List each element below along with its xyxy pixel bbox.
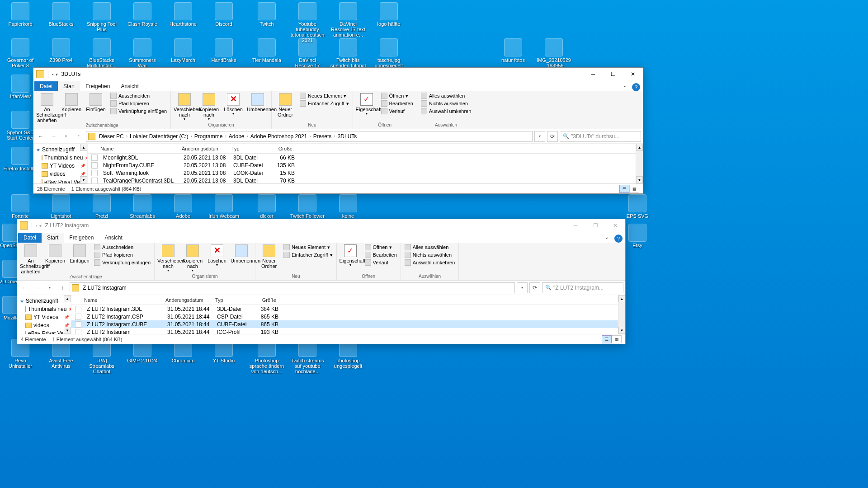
sidebar-item[interactable]: videos📌 <box>33 170 87 178</box>
qat-btn[interactable]: ▾ <box>39 223 42 228</box>
qat-btn[interactable]: ▾ <box>56 72 58 77</box>
back-button[interactable]: ← <box>19 282 30 293</box>
qat-btn[interactable]: ▪ <box>52 72 54 77</box>
breadcrumb[interactable]: Dieser PC›Lokaler Datenträger (C:)›Progr… <box>86 131 533 142</box>
refresh-button[interactable]: ⟳ <box>547 131 558 142</box>
file-row[interactable]: Z LUT2 Instagram.CUBE31.05.2021 18:44CUB… <box>71 320 618 328</box>
desktop-icon[interactable]: natur fotos <box>495 38 531 63</box>
copy-to-button[interactable]: Kopieren nach▾ <box>182 244 203 273</box>
dropdown-icon[interactable]: ▾ <box>517 282 528 293</box>
cut-button[interactable]: Ausschneiden <box>93 244 151 251</box>
paste-link-button[interactable]: Verknüpfung einfügen <box>109 108 168 115</box>
move-to-button[interactable]: Verschieben nach▾ <box>157 244 179 273</box>
new-item-button[interactable]: Neues Element ▾ <box>299 92 350 99</box>
file-row[interactable]: Moonlight.3DL20.05.2021 13:083DL-Datei66… <box>88 154 636 161</box>
search-input[interactable]: 🔍"3DLUTs" durchsu... <box>560 131 641 142</box>
column-date[interactable]: Änderungsdatum <box>162 297 212 303</box>
tab-share[interactable]: Freigeben <box>64 233 99 243</box>
sidebar-item[interactable]: eBay Privat Verk📌 <box>17 329 71 334</box>
desktop-icon[interactable]: Snipping Tool Plus <box>84 2 120 32</box>
copy-path-button[interactable]: Pfad kopieren <box>93 251 151 258</box>
tab-view[interactable]: Ansicht <box>115 81 144 91</box>
cut-button[interactable]: Ausschneiden <box>109 92 168 99</box>
tab-file[interactable]: Datei <box>34 81 58 91</box>
sidebar-item[interactable]: Thumbnails neu📌 <box>17 305 71 313</box>
desktop-icon[interactable]: Z390 Pro4 <box>43 38 79 63</box>
scrollbar[interactable]: ▲ ▼ <box>636 144 643 183</box>
forward-button[interactable]: → <box>32 282 42 293</box>
open-button[interactable]: Öffnen ▾ <box>364 244 398 251</box>
breadcrumb-segment[interactable]: 3DLUTs <box>337 133 358 140</box>
breadcrumb-segment[interactable]: Adobe <box>228 133 245 140</box>
desktop-icon[interactable]: Pretzl <box>84 194 120 219</box>
desktop-icon[interactable]: dicker <box>249 194 285 219</box>
file-row[interactable]: TealOrangePlusContrast.3DL20.05.2021 13:… <box>88 177 636 183</box>
titlebar[interactable]: ▪ ▾ 3DLUTs ─ ☐ ✕ <box>33 68 643 80</box>
ribbon-collapse-icon[interactable]: ⌃ <box>603 236 612 243</box>
desktop-icon[interactable]: Twitch <box>249 2 285 27</box>
sidebar-item[interactable]: Thumbnails neu📌 <box>33 154 87 162</box>
details-view-button[interactable]: ☰ <box>602 335 612 343</box>
file-row[interactable]: Z LUT2 Instagram.CSP31.05.2021 18:44CSP-… <box>71 313 618 320</box>
desktop-icon[interactable]: DaVinci Resolve 17 text animation e... <box>330 2 366 38</box>
file-row[interactable]: Z LUT2 Instagram31.05.2021 18:44ICC-Prof… <box>71 328 618 334</box>
scroll-down-icon[interactable]: ▼ <box>618 327 625 334</box>
sidebar-item-quickaccess[interactable]: ★Schnellzugriff <box>33 145 87 154</box>
up-button[interactable]: ↑ <box>57 282 68 293</box>
desktop-icon[interactable]: LazyMerch <box>165 38 201 63</box>
column-type[interactable]: Typ <box>212 297 253 303</box>
scrollbar[interactable]: ▲ ▼ <box>618 295 625 334</box>
column-size[interactable]: Größe <box>253 297 280 303</box>
desktop-icon[interactable]: BlueStacks Multi-Instan... <box>84 38 120 68</box>
copy-button[interactable]: Kopieren <box>44 244 66 263</box>
easy-access-button[interactable]: Einfacher Zugriff ▾ <box>283 251 334 258</box>
history-button[interactable]: Verlauf <box>364 259 398 266</box>
tab-start[interactable]: Start <box>42 233 64 243</box>
open-button[interactable]: Öffnen ▾ <box>380 92 414 99</box>
edit-button[interactable]: Bearbeiten <box>380 100 414 107</box>
search-input[interactable]: 🔍"Z LUT2 Instagram... <box>542 282 623 293</box>
close-button[interactable]: ✕ <box>605 219 625 232</box>
scroll-up-icon[interactable]: ▲ <box>80 144 87 151</box>
desktop-icon[interactable]: Tier Mandala <box>249 38 285 63</box>
paste-button[interactable]: Einfügen <box>85 92 107 112</box>
tab-start[interactable]: Start <box>58 81 80 91</box>
breadcrumb-segment[interactable]: Dieser PC <box>98 133 125 140</box>
details-view-button[interactable]: ☰ <box>619 185 629 193</box>
desktop-icon[interactable]: Summoners War <box>124 38 160 68</box>
column-size[interactable]: Größe <box>269 146 297 151</box>
sidebar-item[interactable]: YT Videos📌 <box>17 313 71 321</box>
desktop-icon[interactable]: Hearthstone <box>165 2 201 27</box>
tab-file[interactable]: Datei <box>18 233 42 243</box>
desktop-icon[interactable]: Governor of Poker 3 <box>2 38 38 68</box>
scroll-up-icon[interactable]: ▲ <box>636 144 643 151</box>
pin-button[interactable]: An Schnellzugriff anheften <box>20 244 42 274</box>
rename-button[interactable]: Umbenennen <box>231 244 252 263</box>
select-all-button[interactable]: Alles auswählen <box>420 92 472 99</box>
desktop-icon[interactable]: HandBrake <box>206 38 242 63</box>
breadcrumb-segment[interactable]: Lokaler Datenträger (C:) <box>129 133 189 140</box>
help-icon[interactable]: ? <box>614 235 623 243</box>
scroll-down-icon[interactable]: ▼ <box>80 176 87 183</box>
minimize-button[interactable]: ─ <box>583 68 603 80</box>
titlebar[interactable]: ▪ ▾ Z LUT2 Instagram ─ ☐ ✕ <box>17 219 625 232</box>
breadcrumb-segment[interactable]: Presets <box>312 133 333 140</box>
forward-button[interactable]: → <box>48 131 59 142</box>
icons-view-button[interactable]: ▦ <box>612 335 622 343</box>
desktop-icon[interactable]: IMG_20210529_183956 <box>536 38 572 68</box>
easy-access-button[interactable]: Einfacher Zugriff ▾ <box>299 100 350 107</box>
desktop-icon[interactable]: Fortnite <box>2 194 38 219</box>
up-button[interactable]: ↑ <box>73 131 84 142</box>
maximize-button[interactable]: ☐ <box>603 68 623 80</box>
new-folder-button[interactable]: Neuer Ordner <box>274 92 296 117</box>
desktop-icon[interactable]: tasche.jpg ungespiegelt <box>371 38 407 68</box>
desktop-icon[interactable]: Iriun Webcam <box>206 194 242 219</box>
scroll-down-icon[interactable]: ▼ <box>636 176 643 183</box>
scroll-down-icon[interactable]: ▼ <box>64 327 71 334</box>
desktop-icon[interactable]: logo hälfte <box>371 2 407 27</box>
delete-button[interactable]: Löschen▾ <box>206 244 228 267</box>
tab-view[interactable]: Ansicht <box>99 233 127 243</box>
column-name[interactable]: Name <box>88 146 178 151</box>
select-none-button[interactable]: Nichts auswählen <box>420 100 472 107</box>
sidebar-item[interactable]: videos📌 <box>17 321 71 329</box>
